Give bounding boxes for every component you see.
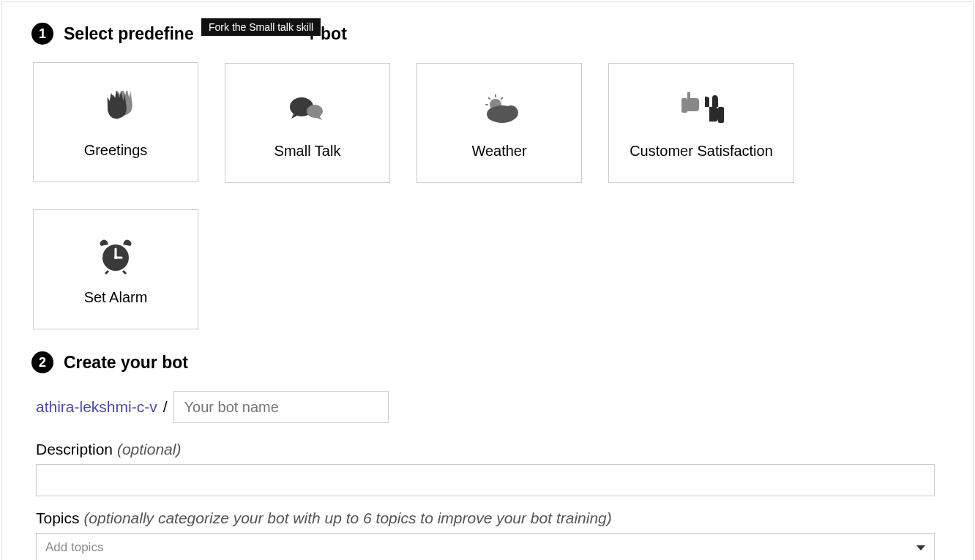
topics-select[interactable]: Add topics: [36, 533, 935, 560]
skill-label: Greetings: [84, 142, 148, 159]
skill-card-greetings[interactable]: Greetings: [33, 62, 198, 182]
step1-title-prefix: Select predefine: [64, 24, 194, 43]
path-separator: /: [163, 398, 168, 416]
topics-optional: (optionally categorize your bot with up …: [83, 509, 611, 526]
main-container: 1 Select predefiner bot Fork the Small t…: [1, 1, 974, 560]
description-label-text: Description: [36, 441, 113, 458]
skill-card-set-alarm[interactable]: Set Alarm: [33, 209, 198, 329]
description-field: Description (optional): [36, 441, 944, 496]
topics-label-text: Topics: [36, 509, 80, 526]
skill-card-weather[interactable]: Weather: [416, 63, 582, 183]
bot-name-row: athira-lekshmi-c-v /: [36, 391, 944, 423]
topics-label: Topics (optionally categorize your bot w…: [36, 509, 944, 527]
description-input[interactable]: [36, 464, 935, 496]
skill-label: Weather: [471, 143, 526, 160]
step2-header: 2 Create your bot: [31, 351, 944, 373]
thumbs-icon: [674, 90, 728, 130]
topics-placeholder: Add topics: [45, 540, 103, 555]
username-link[interactable]: athira-lekshmi-c-v: [36, 398, 157, 416]
skill-label: Set Alarm: [84, 289, 148, 306]
skills-grid: Greetings Small Talk: [33, 62, 853, 329]
svg-point-18: [114, 256, 117, 259]
svg-point-10: [504, 105, 518, 120]
topics-field: Topics (optionally categorize your bot w…: [36, 509, 944, 560]
chevron-down-icon: [916, 545, 925, 550]
description-label: Description (optional): [36, 441, 944, 458]
skill-label: Customer Satisfaction: [630, 143, 773, 160]
svg-rect-12: [718, 107, 724, 123]
svg-point-1: [307, 105, 323, 118]
skill-label: Small Talk: [274, 143, 341, 160]
step2-title: Create your bot: [64, 353, 188, 373]
bot-name-input[interactable]: [173, 391, 389, 423]
svg-line-14: [105, 271, 108, 274]
skill-card-small-talk[interactable]: Small Talk: [225, 63, 390, 183]
svg-line-6: [501, 97, 503, 100]
alarm-clock-icon: [95, 236, 136, 276]
svg-point-9: [487, 108, 500, 121]
step1-header: 1 Select predefiner bot: [31, 23, 944, 45]
step2-number-badge: 2: [31, 351, 53, 373]
description-optional: (optional): [117, 441, 182, 458]
skill-card-customer-satisfaction[interactable]: Customer Satisfaction: [608, 63, 794, 183]
svg-rect-11: [681, 98, 687, 113]
weather-icon: [476, 90, 523, 130]
svg-line-15: [123, 271, 126, 274]
waving-hand-icon: [94, 89, 138, 129]
chat-bubbles-icon: [285, 90, 329, 130]
step1-number-badge: 1: [31, 23, 53, 45]
svg-line-5: [488, 97, 490, 100]
fork-tooltip: Fork the Small talk skill: [201, 18, 321, 36]
